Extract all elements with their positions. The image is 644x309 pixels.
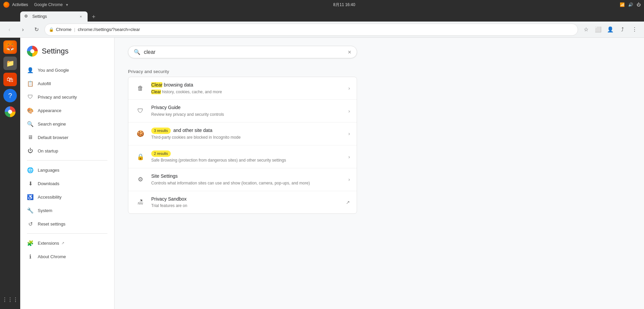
reload-button[interactable]: ↻	[31, 24, 42, 35]
extensions-icon: 🧩	[27, 240, 34, 246]
result-security-title: 2 results	[151, 150, 348, 157]
settings-main: 🔍 × Privacy and security 🗑 Clear browsin…	[115, 38, 644, 309]
nav-label-reset-settings: Reset settings	[38, 221, 65, 227]
dock-appstore-icon[interactable]: 🛍	[3, 73, 17, 86]
nav-item-privacy-security[interactable]: 🛡 Privacy and security	[20, 90, 109, 104]
result-trash-icon: 🗑	[135, 83, 146, 94]
result-arrow-2: ›	[348, 108, 350, 114]
nav-item-on-startup[interactable]: ⏻ On startup	[20, 144, 109, 158]
result-clear-browsing-title: Clear browsing data	[151, 82, 348, 89]
highlight-clear-1: Clear	[151, 82, 162, 88]
dock-grid-icon[interactable]: ⋮⋮⋮	[3, 293, 17, 306]
badge-3-results: 3 results	[151, 128, 171, 134]
nav-item-appearance[interactable]: 🎨 Appearance	[20, 104, 109, 117]
nav-item-reset-settings[interactable]: ↺ Reset settings	[20, 217, 109, 231]
nav-item-downloads[interactable]: ⬇ Downloads	[20, 177, 109, 190]
tab-close-button[interactable]: ×	[78, 14, 84, 19]
system-bar-right: 📶 🔊 ⏻	[620, 2, 641, 7]
back-button[interactable]: ‹	[4, 24, 15, 35]
address-origin-text: Chrome	[56, 27, 71, 32]
extensions-external-icon: ↗	[61, 241, 64, 245]
nav-label-system: System	[38, 208, 52, 213]
share-button[interactable]: ⤴	[617, 24, 628, 35]
address-bar[interactable]: 🔒 Chrome | chrome://settings/?search=cle…	[44, 24, 578, 36]
result-privacy-guide-subtitle: Review key privacy and security controls	[151, 112, 348, 117]
nav-item-system[interactable]: 🔧 System	[20, 204, 109, 217]
privacy-security-icon: 🛡	[27, 94, 34, 100]
search-clear-button[interactable]: ×	[348, 49, 351, 55]
search-icon: 🔍	[134, 49, 140, 55]
result-privacy-sandbox[interactable]: 🏖 Privacy Sandbox Trial features are on …	[128, 191, 357, 213]
nav-item-languages[interactable]: 🌐 Languages	[20, 163, 109, 177]
system-icon: 🔧	[27, 207, 34, 214]
dock-chrome-icon[interactable]	[3, 105, 17, 118]
nav-item-you-and-google[interactable]: 👤 You and Google	[20, 63, 109, 77]
app-name-label: Google Chrome	[34, 2, 63, 7]
nav-label-about-chrome: About Chrome	[38, 254, 66, 259]
nav-label-default-browser: Default browser	[38, 135, 68, 140]
activities-label: Activities	[12, 2, 28, 7]
result-arrow-3: ›	[348, 131, 350, 136]
settings-title-row: Settings	[20, 43, 114, 63]
system-bar: Activities Google Chrome ▼ 8月11 16:40 📶 …	[0, 0, 644, 9]
address-url-text: chrome://settings/?search=clear	[78, 27, 140, 32]
result-site-settings[interactable]: ⚙ Site Settings Controls what informatio…	[128, 168, 357, 191]
result-external-icon: ↗	[346, 200, 350, 205]
result-arrow-1: ›	[348, 85, 350, 91]
nav-item-default-browser[interactable]: 🖥 Default browser	[20, 131, 109, 144]
nav-item-search-engine[interactable]: 🔍 Search engine	[20, 117, 109, 131]
nav-label-downloads: Downloads	[38, 181, 59, 186]
power-icon: ⏻	[637, 2, 641, 7]
result-privacy-sandbox-subtitle: Trial features are on	[151, 203, 346, 209]
result-site-settings-subtitle: Controls what information sites can use …	[151, 180, 348, 186]
nav-separator-1	[27, 160, 107, 161]
nav-right-buttons: ☆ ⬜ 👤 ⤴ ⋮	[581, 24, 640, 35]
appearance-icon: 🎨	[27, 107, 34, 114]
result-security[interactable]: 🔒 2 results Safe Browsing (protection fr…	[128, 145, 357, 168]
nav-item-extensions[interactable]: 🧩 Extensions ↗	[20, 236, 109, 250]
menu-button[interactable]: ⋮	[629, 24, 640, 35]
result-clear-browsing-data[interactable]: 🗑 Clear browsing data Clear history, coo…	[128, 77, 357, 100]
nav-item-accessibility[interactable]: ♿ Accessibility	[20, 190, 109, 204]
responsive-mode-button[interactable]: ⬜	[593, 24, 604, 35]
nav-label-languages: Languages	[38, 168, 59, 173]
accessibility-icon: ♿	[27, 194, 34, 200]
settings-page-title: Settings	[42, 47, 69, 56]
address-origin: Chrome | chrome://settings/?search=clear	[56, 27, 574, 32]
nav-item-about-chrome[interactable]: ℹ About Chrome	[20, 250, 109, 263]
nav-label-autofill: Autofill	[38, 81, 51, 86]
results-section: Privacy and security 🗑 Clear browsing da…	[128, 69, 631, 214]
new-tab-button[interactable]: +	[89, 12, 98, 22]
nav-item-autofill[interactable]: 📋 Autofill	[20, 77, 109, 90]
dropdown-arrow[interactable]: ▼	[65, 3, 69, 7]
nav-label-privacy-security: Privacy and security	[38, 95, 77, 100]
on-startup-icon: ⏻	[27, 147, 34, 154]
nav-label-search-engine: Search engine	[38, 122, 66, 127]
result-privacy-guide[interactable]: 🛡 Privacy Guide Review key privacy and s…	[128, 100, 357, 122]
dock-bottom: ⋮⋮⋮	[3, 293, 17, 306]
result-arrow-4: ›	[348, 154, 350, 160]
browser-chrome: ⚙ Settings × + ‹ › ↻ 🔒 Chrome | chrome:/…	[0, 9, 644, 38]
tab-favicon: ⚙	[24, 14, 30, 19]
grid-icon: ⋮⋮⋮	[2, 297, 18, 303]
tab-bar: ⚙ Settings × +	[0, 9, 644, 22]
nav-label-accessibility: Accessibility	[38, 195, 62, 200]
active-tab[interactable]: ⚙ Settings ×	[20, 11, 88, 22]
result-cookies[interactable]: 🍪 3 results and other site data Third-pa…	[128, 123, 357, 145]
search-input[interactable]	[144, 49, 344, 55]
dock-files-icon[interactable]: 📁	[3, 57, 17, 70]
app-dock: 🦊 📁 🛍 ? ⋮⋮⋮	[0, 38, 20, 309]
settings-nav: Settings 👤 You and Google 📋 Autofill 🛡 P…	[20, 38, 115, 309]
highlight-clear-2: Clear	[151, 90, 161, 94]
profile-button[interactable]: 👤	[605, 24, 616, 35]
you-and-google-icon: 👤	[27, 67, 34, 73]
dock-firefox-icon[interactable]: 🦊	[3, 40, 17, 54]
result-privacy-guide-icon: 🛡	[135, 106, 146, 116]
result-privacy-sandbox-icon: 🏖	[135, 197, 146, 208]
network-icon: 📶	[620, 2, 625, 7]
autofill-icon: 📋	[27, 80, 34, 87]
forward-button[interactable]: ›	[18, 24, 28, 35]
dock-help-icon[interactable]: ?	[3, 89, 17, 102]
bookmark-button[interactable]: ☆	[581, 24, 591, 35]
system-bar-time: 8月11 16:40	[333, 2, 355, 8]
